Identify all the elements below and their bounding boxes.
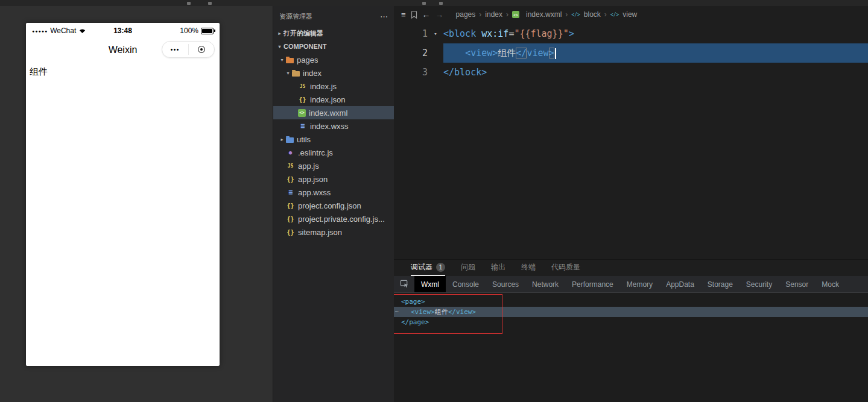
devtools-tab-Memory[interactable]: Memory — [620, 276, 659, 292]
tab-label: 终端 — [521, 262, 536, 272]
phone-preview: ●●●●● WeChat 13:48 100% Weixin ••• — [26, 23, 220, 366]
file-app.js[interactable]: JSapp.js — [273, 159, 394, 172]
ellipsis-icon: ••• — [171, 46, 180, 53]
titlebar-icon[interactable] — [422, 2, 426, 5]
open-editors-section[interactable]: ▸ 打开的编辑器 — [273, 27, 394, 40]
code-editor[interactable]: 1▾<block wx:if="{{flag}}">2 <view>组件</vi… — [394, 23, 868, 259]
code-text[interactable]: <view>组件</view> — [443, 43, 868, 63]
file-pages[interactable]: ▾pages — [273, 53, 394, 66]
rendered-view-text[interactable]: 组件 — [26, 61, 220, 83]
chevron-right-icon: ▸ — [278, 137, 286, 142]
file-project.private.config.js...[interactable]: {}project.private.config.js... — [273, 212, 394, 225]
debugger-tab-问题[interactable]: 问题 — [461, 260, 475, 276]
project-section[interactable]: ▾ COMPONENT — [273, 40, 394, 53]
file-label: app.js — [298, 162, 319, 171]
debugger-panel: 调试器1问题输出终端代码质量 WxmlConsoleSourcesNetwork… — [394, 259, 868, 402]
file-sitemap.json[interactable]: {}sitemap.json — [273, 225, 394, 239]
devtools-tab-Performance[interactable]: Performance — [565, 276, 620, 292]
tab-badge: 1 — [436, 263, 445, 272]
breadcrumb-item-index.wxml[interactable]: index.wxml — [526, 10, 562, 19]
wxml-node-row[interactable]: <page> — [394, 297, 868, 307]
code-token: block — [449, 28, 476, 39]
clock-label: 13:48 — [113, 27, 132, 35]
devtools-tab-Console[interactable]: Console — [446, 276, 486, 292]
devtools-tab-Security[interactable]: Security — [740, 276, 779, 292]
file-project.config.json[interactable]: {}project.config.json — [273, 199, 394, 212]
explorer-title: 资源管理器 — [279, 12, 312, 21]
file-.eslintrc.js[interactable]: ●.eslintrc.js — [273, 146, 394, 159]
status-bar: ●●●●● WeChat 13:48 100% — [26, 23, 220, 39]
inspect-element-icon[interactable] — [394, 276, 414, 292]
signal-dots-icon: ●●●●● — [32, 29, 48, 33]
wxss-icon: ≡ — [298, 122, 307, 130]
close-home-button[interactable] — [189, 46, 215, 53]
code-token — [443, 48, 465, 58]
titlebar-icon[interactable] — [187, 2, 191, 5]
file-utils[interactable]: ▸utils — [273, 133, 394, 146]
menu-dots-button[interactable]: ••• — [162, 46, 188, 53]
breadcrumb-item-index[interactable]: index — [485, 10, 502, 19]
devtools-tab-Sources[interactable]: Sources — [486, 276, 525, 292]
back-arrow-icon[interactable]: ← — [422, 10, 431, 19]
code-line-3[interactable]: 3</block> — [394, 63, 868, 82]
titlebar-icon[interactable] — [439, 2, 443, 5]
chevron-down-icon: ▾ — [276, 44, 284, 49]
devtools-tab-bar: WxmlConsoleSourcesNetworkPerformanceMemo… — [394, 276, 868, 293]
fold-chevron-icon[interactable]: ▾ — [428, 24, 443, 43]
code-token: view — [470, 48, 492, 58]
chevron-down-icon: ▾ — [278, 57, 286, 63]
forward-arrow-icon[interactable]: → — [436, 10, 444, 19]
code-line-1[interactable]: 1▾<block wx:if="{{flag}}"> — [394, 24, 868, 43]
code-token: > — [549, 48, 554, 58]
code-text[interactable]: <block wx:if="{{flag}}"> — [443, 24, 868, 43]
file-label: utils — [297, 135, 311, 144]
file-label: pages — [297, 55, 318, 64]
capsule-button[interactable]: ••• — [162, 41, 215, 58]
breadcrumb-separator: › — [565, 10, 568, 19]
code-token: </ — [443, 67, 454, 78]
devtools-tab-Storage[interactable]: Storage — [701, 276, 740, 292]
code-text[interactable]: </block> — [443, 63, 868, 82]
file-index.wxml[interactable]: <>index.wxml — [273, 106, 394, 119]
bookmark-icon[interactable] — [411, 11, 417, 19]
debugger-tab-输出[interactable]: 输出 — [491, 260, 505, 276]
breadcrumb-item-view[interactable]: view — [622, 10, 637, 19]
file-index.js[interactable]: JSindex.js — [273, 80, 394, 93]
breadcrumb-item-block[interactable]: block — [584, 10, 601, 19]
devtools-tab-Wxml[interactable]: Wxml — [414, 276, 446, 292]
titlebar-icon[interactable] — [208, 2, 212, 5]
devtools-tabs: WxmlConsoleSourcesNetworkPerformanceMemo… — [414, 276, 846, 292]
devtools-tab-AppData[interactable]: AppData — [659, 276, 701, 292]
code-token: view — [527, 48, 548, 58]
code-line-2[interactable]: 2 <view>组件</view> — [394, 43, 868, 63]
json-icon: {} — [286, 175, 295, 183]
file-app.wxss[interactable]: ≡app.wxss — [273, 186, 394, 199]
file-index.json[interactable]: {}index.json — [273, 93, 394, 106]
debugger-tab-代码质量[interactable]: 代码质量 — [551, 260, 580, 276]
line-number: 3 — [394, 63, 428, 82]
wxml-node-row[interactable]: ⋯<view>组件</view> — [394, 307, 868, 317]
mini-program-navbar: Weixin ••• — [26, 39, 220, 61]
carrier-label: WeChat — [50, 27, 76, 35]
file-label: project.private.config.js... — [298, 215, 385, 224]
code-token: block — [454, 67, 481, 78]
list-icon[interactable]: ≡ — [401, 10, 406, 19]
debugger-tab-调试器[interactable]: 调试器1 — [411, 260, 445, 276]
breadcrumb-item-pages[interactable]: pages — [456, 10, 476, 19]
tab-label: 调试器 — [411, 262, 432, 272]
target-icon — [198, 46, 205, 53]
file-app.json[interactable]: {}app.json — [273, 172, 394, 186]
wxml-node-row[interactable]: </page> — [394, 317, 868, 327]
page-title: Weixin — [109, 45, 138, 55]
devtools-tab-Mock[interactable]: Mock — [815, 276, 846, 292]
debugger-tab-终端[interactable]: 终端 — [521, 260, 536, 276]
file-index[interactable]: ▾index — [273, 66, 394, 80]
code-token: "{{flag}}" — [514, 28, 568, 39]
file-index.wxss[interactable]: ≡index.wxss — [273, 119, 394, 133]
more-actions-icon[interactable]: ⋯ — [380, 12, 388, 21]
file-tree: ▾pages▾indexJSindex.js{}index.json<>inde… — [273, 53, 394, 239]
element-tag-icon: </> — [571, 12, 580, 17]
wxml-token: 组件 — [435, 307, 448, 317]
devtools-tab-Network[interactable]: Network — [525, 276, 565, 292]
devtools-tab-Sensor[interactable]: Sensor — [779, 276, 815, 292]
